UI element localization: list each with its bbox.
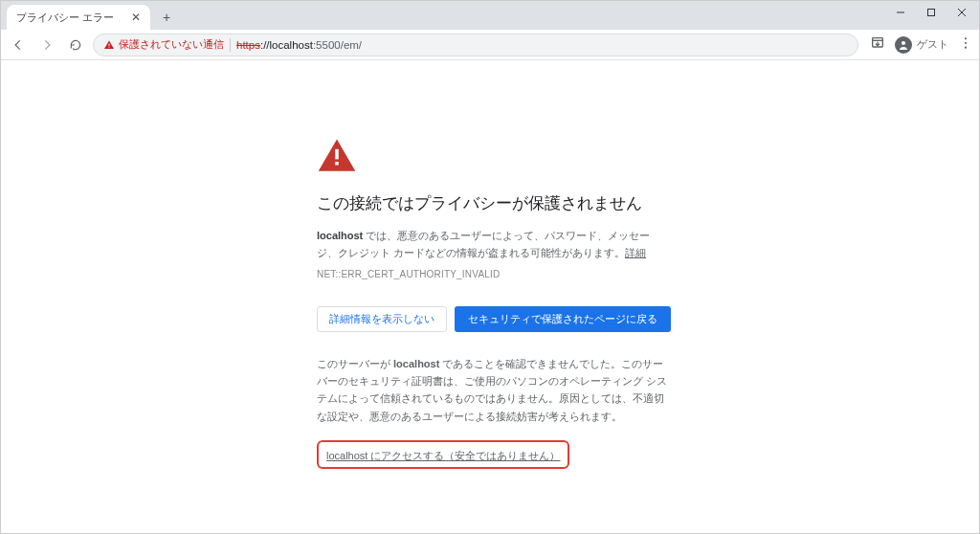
- url-host: ://localhost: [260, 39, 313, 51]
- warning-triangle-icon: [317, 137, 671, 177]
- proceed-highlight-box: localhost にアクセスする（安全ではありません）: [317, 440, 569, 469]
- back-button[interactable]: [7, 33, 30, 56]
- maximize-button[interactable]: [918, 3, 945, 22]
- security-warning-label: 保護されていない通信: [119, 37, 224, 52]
- tab-close-icon[interactable]: ✕: [131, 11, 141, 24]
- close-window-button[interactable]: [948, 3, 975, 22]
- error-headline: この接続ではプライバシーが保護されません: [317, 192, 671, 214]
- error-host: localhost: [317, 230, 363, 241]
- url-path: :5500/em/: [313, 39, 362, 51]
- profile-guest[interactable]: ゲスト: [895, 36, 948, 54]
- toolbar-right: ゲスト: [870, 35, 973, 54]
- svg-point-9: [902, 41, 905, 45]
- security-warning-icon: 保護されていない通信: [103, 37, 224, 52]
- hide-details-button[interactable]: 詳細情報を表示しない: [317, 306, 447, 332]
- svg-rect-14: [335, 162, 339, 166]
- back-to-safety-button[interactable]: セキュリティで保護されたページに戻る: [455, 306, 671, 332]
- svg-rect-13: [335, 149, 339, 160]
- window-controls: [887, 3, 975, 22]
- svg-point-10: [965, 37, 967, 39]
- kebab-menu-icon[interactable]: [958, 35, 973, 54]
- browser-tab[interactable]: プライバシー エラー ✕: [7, 5, 150, 30]
- svg-rect-4: [109, 43, 110, 46]
- url-scheme: https: [236, 39, 260, 51]
- separator: [230, 38, 231, 52]
- minimize-button[interactable]: [887, 3, 914, 22]
- error-body-text: では、悪意のあるユーザーによって、パスワード、メッセージ、クレジット カードなど…: [317, 230, 650, 258]
- address-bar[interactable]: 保護されていない通信 https://localhost:5500/em/: [93, 33, 858, 56]
- page-content: この接続ではプライバシーが保護されません localhost では、悪意のあるユ…: [1, 60, 979, 534]
- svg-rect-5: [109, 46, 110, 47]
- proceed-unsafe-link[interactable]: localhost にアクセスする（安全ではありません）: [326, 450, 560, 461]
- forward-button[interactable]: [35, 33, 58, 56]
- url-display: https://localhost:5500/em/: [236, 39, 362, 51]
- avatar-icon: [895, 36, 912, 54]
- browser-toolbar: 保護されていない通信 https://localhost:5500/em/ ゲス…: [1, 30, 979, 60]
- error-code: NET::ERR_CERT_AUTHORITY_INVALID: [317, 269, 671, 279]
- reload-button[interactable]: [64, 33, 87, 56]
- error-body: localhost では、悪意のあるユーザーによって、パスワード、メッセージ、ク…: [317, 228, 671, 261]
- guest-label: ゲスト: [917, 37, 948, 52]
- titlebar: プライバシー エラー ✕ +: [1, 1, 979, 30]
- explain-host: localhost: [393, 358, 439, 369]
- new-tab-button[interactable]: +: [156, 7, 177, 28]
- install-icon[interactable]: [870, 35, 885, 54]
- button-row: 詳細情報を表示しない セキュリティで保護されたページに戻る: [317, 306, 671, 332]
- tab-title: プライバシー エラー: [16, 11, 125, 25]
- ssl-error-interstitial: この接続ではプライバシーが保護されません localhost では、悪意のあるユ…: [317, 137, 671, 469]
- svg-point-11: [965, 42, 967, 44]
- svg-point-12: [965, 47, 967, 49]
- learn-more-link[interactable]: 詳細: [625, 247, 646, 258]
- svg-rect-1: [928, 10, 935, 16]
- cert-explanation: このサーバーが localhost であることを確認できませんでした。このサーバ…: [317, 355, 671, 425]
